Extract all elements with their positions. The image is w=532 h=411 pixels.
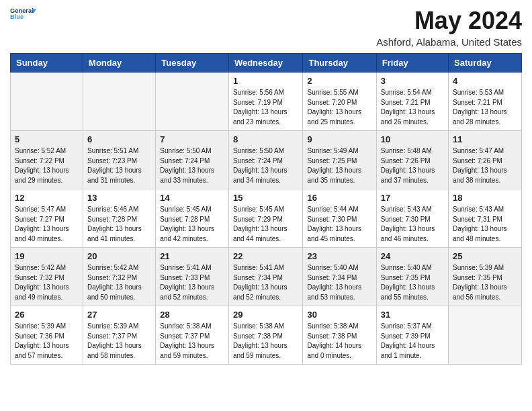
table-row: 4Sunrise: 5:53 AM Sunset: 7:21 PM Daylig… — [449, 73, 522, 131]
day-info: Sunrise: 5:37 AM Sunset: 7:39 PM Dayligh… — [381, 322, 444, 361]
table-row: 15Sunrise: 5:45 AM Sunset: 7:29 PM Dayli… — [228, 189, 303, 248]
day-info: Sunrise: 5:45 AM Sunset: 7:29 PM Dayligh… — [233, 205, 299, 244]
table-row: 27Sunrise: 5:39 AM Sunset: 7:37 PM Dayli… — [83, 306, 156, 365]
day-info: Sunrise: 5:49 AM Sunset: 7:25 PM Dayligh… — [307, 146, 371, 185]
table-row: 17Sunrise: 5:43 AM Sunset: 7:30 PM Dayli… — [376, 189, 448, 248]
day-number: 28 — [160, 310, 224, 320]
table-row: 21Sunrise: 5:41 AM Sunset: 7:33 PM Dayli… — [156, 248, 229, 306]
table-row: 28Sunrise: 5:38 AM Sunset: 7:37 PM Dayli… — [156, 306, 229, 365]
table-row: 31Sunrise: 5:37 AM Sunset: 7:39 PM Dayli… — [376, 306, 448, 365]
col-friday: Friday — [376, 54, 448, 73]
col-saturday: Saturday — [449, 54, 522, 73]
day-number: 29 — [233, 310, 299, 320]
table-row: 10Sunrise: 5:48 AM Sunset: 7:26 PM Dayli… — [376, 131, 448, 189]
day-number: 23 — [307, 251, 371, 261]
calendar-week-row: 5Sunrise: 5:52 AM Sunset: 7:22 PM Daylig… — [11, 131, 522, 189]
day-info: Sunrise: 5:42 AM Sunset: 7:32 PM Dayligh… — [15, 263, 79, 302]
table-row: 20Sunrise: 5:42 AM Sunset: 7:32 PM Dayli… — [83, 248, 156, 306]
day-info: Sunrise: 5:48 AM Sunset: 7:26 PM Dayligh… — [381, 146, 444, 185]
day-number: 1 — [233, 76, 299, 86]
day-number: 22 — [233, 251, 299, 261]
day-number: 10 — [381, 134, 444, 144]
day-info: Sunrise: 5:44 AM Sunset: 7:30 PM Dayligh… — [307, 205, 371, 244]
table-row — [156, 73, 229, 131]
day-info: Sunrise: 5:47 AM Sunset: 7:27 PM Dayligh… — [15, 205, 79, 244]
table-row: 9Sunrise: 5:49 AM Sunset: 7:25 PM Daylig… — [303, 131, 376, 189]
day-number: 18 — [453, 193, 517, 203]
day-number: 27 — [87, 310, 151, 320]
day-number: 17 — [381, 193, 444, 203]
table-row: 24Sunrise: 5:40 AM Sunset: 7:35 PM Dayli… — [376, 248, 448, 306]
location-subtitle: Ashford, Alabama, United States — [376, 36, 522, 48]
day-number: 9 — [307, 134, 371, 144]
day-number: 11 — [453, 134, 517, 144]
day-number: 13 — [87, 193, 151, 203]
month-year-title: May 2024 — [376, 7, 522, 35]
table-row: 29Sunrise: 5:38 AM Sunset: 7:38 PM Dayli… — [228, 306, 303, 365]
table-row: 6Sunrise: 5:51 AM Sunset: 7:23 PM Daylig… — [83, 131, 156, 189]
day-info: Sunrise: 5:47 AM Sunset: 7:26 PM Dayligh… — [453, 146, 517, 185]
day-number: 24 — [381, 251, 444, 261]
day-info: Sunrise: 5:39 AM Sunset: 7:37 PM Dayligh… — [87, 322, 151, 361]
day-info: Sunrise: 5:46 AM Sunset: 7:28 PM Dayligh… — [87, 205, 151, 244]
day-number: 7 — [160, 134, 224, 144]
table-row — [11, 73, 83, 131]
day-number: 2 — [307, 76, 371, 86]
day-info: Sunrise: 5:53 AM Sunset: 7:21 PM Dayligh… — [453, 88, 517, 127]
day-info: Sunrise: 5:40 AM Sunset: 7:35 PM Dayligh… — [381, 263, 444, 302]
col-monday: Monday — [83, 54, 156, 73]
calendar-table: Sunday Monday Tuesday Wednesday Thursday… — [10, 53, 522, 365]
table-row: 14Sunrise: 5:45 AM Sunset: 7:28 PM Dayli… — [156, 189, 229, 248]
day-number: 3 — [381, 76, 444, 86]
calendar-week-row: 1Sunrise: 5:56 AM Sunset: 7:19 PM Daylig… — [11, 73, 522, 131]
page-header: General Blue May 2024 Ashford, Alabama, … — [10, 7, 522, 48]
table-row: 23Sunrise: 5:40 AM Sunset: 7:34 PM Dayli… — [303, 248, 376, 306]
day-info: Sunrise: 5:56 AM Sunset: 7:19 PM Dayligh… — [233, 88, 299, 127]
table-row: 19Sunrise: 5:42 AM Sunset: 7:32 PM Dayli… — [11, 248, 83, 306]
table-row: 25Sunrise: 5:39 AM Sunset: 7:35 PM Dayli… — [449, 248, 522, 306]
day-info: Sunrise: 5:55 AM Sunset: 7:20 PM Dayligh… — [307, 88, 371, 127]
day-info: Sunrise: 5:45 AM Sunset: 7:28 PM Dayligh… — [160, 205, 224, 244]
day-number: 5 — [15, 134, 79, 144]
title-block: May 2024 Ashford, Alabama, United States — [376, 7, 522, 48]
day-number: 6 — [87, 134, 151, 144]
col-thursday: Thursday — [303, 54, 376, 73]
day-info: Sunrise: 5:38 AM Sunset: 7:38 PM Dayligh… — [307, 322, 371, 361]
table-row — [83, 73, 156, 131]
calendar-header-row: Sunday Monday Tuesday Wednesday Thursday… — [11, 54, 522, 73]
table-row: 7Sunrise: 5:50 AM Sunset: 7:24 PM Daylig… — [156, 131, 229, 189]
day-number: 30 — [307, 310, 371, 320]
day-info: Sunrise: 5:51 AM Sunset: 7:23 PM Dayligh… — [87, 146, 151, 185]
table-row: 8Sunrise: 5:50 AM Sunset: 7:24 PM Daylig… — [228, 131, 303, 189]
table-row: 2Sunrise: 5:55 AM Sunset: 7:20 PM Daylig… — [303, 73, 376, 131]
day-info: Sunrise: 5:43 AM Sunset: 7:30 PM Dayligh… — [381, 205, 444, 244]
day-info: Sunrise: 5:38 AM Sunset: 7:37 PM Dayligh… — [160, 322, 224, 361]
day-info: Sunrise: 5:41 AM Sunset: 7:33 PM Dayligh… — [160, 263, 224, 302]
day-number: 14 — [160, 193, 224, 203]
day-number: 19 — [15, 251, 79, 261]
table-row: 22Sunrise: 5:41 AM Sunset: 7:34 PM Dayli… — [228, 248, 303, 306]
day-info: Sunrise: 5:42 AM Sunset: 7:32 PM Dayligh… — [87, 263, 151, 302]
day-info: Sunrise: 5:50 AM Sunset: 7:24 PM Dayligh… — [160, 146, 224, 185]
day-info: Sunrise: 5:39 AM Sunset: 7:35 PM Dayligh… — [453, 263, 517, 302]
day-number: 21 — [160, 251, 224, 261]
day-number: 31 — [381, 310, 444, 320]
calendar-week-row: 19Sunrise: 5:42 AM Sunset: 7:32 PM Dayli… — [11, 248, 522, 306]
page-container: General Blue May 2024 Ashford, Alabama, … — [0, 0, 532, 371]
day-info: Sunrise: 5:40 AM Sunset: 7:34 PM Dayligh… — [307, 263, 371, 302]
table-row: 5Sunrise: 5:52 AM Sunset: 7:22 PM Daylig… — [11, 131, 83, 189]
col-sunday: Sunday — [11, 54, 83, 73]
day-info: Sunrise: 5:38 AM Sunset: 7:38 PM Dayligh… — [233, 322, 299, 361]
table-row: 1Sunrise: 5:56 AM Sunset: 7:19 PM Daylig… — [228, 73, 303, 131]
day-info: Sunrise: 5:50 AM Sunset: 7:24 PM Dayligh… — [233, 146, 299, 185]
day-number: 12 — [15, 193, 79, 203]
table-row: 26Sunrise: 5:39 AM Sunset: 7:36 PM Dayli… — [11, 306, 83, 365]
table-row: 16Sunrise: 5:44 AM Sunset: 7:30 PM Dayli… — [303, 189, 376, 248]
day-info: Sunrise: 5:39 AM Sunset: 7:36 PM Dayligh… — [15, 322, 79, 361]
day-number: 8 — [233, 134, 299, 144]
day-info: Sunrise: 5:54 AM Sunset: 7:21 PM Dayligh… — [381, 88, 444, 127]
col-tuesday: Tuesday — [156, 54, 229, 73]
table-row: 11Sunrise: 5:47 AM Sunset: 7:26 PM Dayli… — [449, 131, 522, 189]
day-info: Sunrise: 5:41 AM Sunset: 7:34 PM Dayligh… — [233, 263, 299, 302]
calendar-week-row: 26Sunrise: 5:39 AM Sunset: 7:36 PM Dayli… — [11, 306, 522, 365]
